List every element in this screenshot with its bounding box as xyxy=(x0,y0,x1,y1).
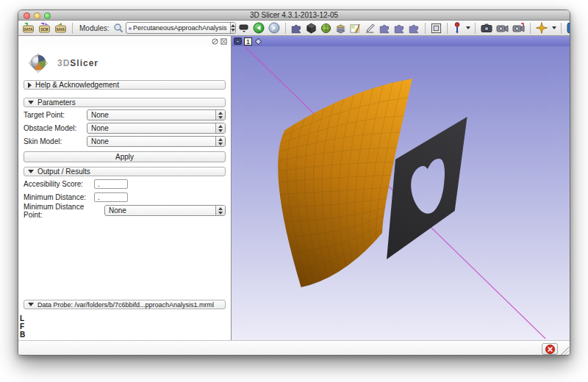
toolbar-separator xyxy=(285,23,286,34)
module-selector-value: PercutaneousApproachAnalysis xyxy=(132,24,230,32)
module-panel-header xyxy=(18,36,231,46)
modules-menu-icon xyxy=(239,24,249,32)
accessibility-score-label: Accesibility Score: xyxy=(24,180,94,188)
screenshot-button[interactable] xyxy=(480,21,493,35)
brand-3d: 3D xyxy=(57,58,70,68)
models-button[interactable] xyxy=(320,21,332,35)
view-pin-icon[interactable] xyxy=(255,37,262,45)
window-controls xyxy=(24,12,51,19)
view-name-label: 1 xyxy=(244,37,252,46)
skin-model-combobox[interactable]: None xyxy=(87,136,226,147)
accessibility-score-input[interactable] xyxy=(94,179,128,189)
app-window: 3D Slicer 4.3.1-2013-12-05 DATA DCM SAVE xyxy=(18,10,570,356)
crosshair-dropdown-icon[interactable] xyxy=(552,26,556,29)
panel-undock-icon[interactable] xyxy=(212,38,218,45)
minimum-distance-point-combobox[interactable]: None xyxy=(104,205,226,216)
accessibility-score-row: Accesibility Score: xyxy=(24,179,226,190)
crosshair-button[interactable] xyxy=(535,21,548,35)
error-log-button[interactable] xyxy=(542,343,558,355)
scene-view-restore-icon xyxy=(512,23,525,33)
module-history-forward-button[interactable] xyxy=(268,21,281,35)
error-icon xyxy=(545,345,555,354)
module-search-icon[interactable] xyxy=(113,23,123,33)
annotations-button[interactable] xyxy=(364,21,376,35)
load-data-button[interactable]: DATA xyxy=(21,21,35,35)
data-probe-orientation: L F B xyxy=(20,314,25,339)
toolbar-separator xyxy=(72,23,73,34)
fiducial-pin-icon xyxy=(453,22,462,34)
module-shortcut-puzzle-button[interactable] xyxy=(290,21,303,35)
minimum-distance-point-row: Minimum Distance Point: None xyxy=(24,205,226,216)
threed-view: - 1 xyxy=(232,36,570,340)
stepper[interactable] xyxy=(215,123,225,133)
slicer-brand-text: 3DSlicer xyxy=(57,58,98,68)
obstacle-model-label: Obstacle Model: xyxy=(24,124,87,132)
scene-view-restore-button[interactable] xyxy=(512,21,526,35)
cube-icon xyxy=(306,23,317,34)
data-probe-section-header[interactable]: Data Probe: /var/folders/b/7c6bbifd...pp… xyxy=(24,300,226,309)
parameters-section-header[interactable]: Parameters xyxy=(24,98,226,107)
stepper[interactable] xyxy=(215,206,225,215)
output-section-header[interactable]: Output / Results xyxy=(24,167,226,176)
layers-icon xyxy=(335,23,346,34)
orientation-f: F xyxy=(20,322,25,331)
import-dicom-button[interactable]: DCM xyxy=(37,21,51,35)
target-point-combobox[interactable]: None xyxy=(87,109,226,120)
minimize-window-button[interactable] xyxy=(34,12,40,19)
expanded-arrow-icon xyxy=(28,101,34,104)
threed-canvas[interactable] xyxy=(232,46,570,340)
help-section-header[interactable]: Help & Acknowledgement xyxy=(24,80,226,90)
resize-grip[interactable] xyxy=(560,347,569,356)
toolbar-separator xyxy=(425,23,426,34)
layout-icon xyxy=(431,23,442,34)
parameters-section-label: Parameters xyxy=(37,98,76,107)
brand-slicer: Slicer xyxy=(70,58,98,68)
skin-model-label: Skin Model: xyxy=(24,137,87,145)
module-history-back-button[interactable] xyxy=(252,21,265,35)
pen-icon xyxy=(365,23,376,34)
zoom-window-button[interactable] xyxy=(44,12,51,19)
svg-text:DATA: DATA xyxy=(24,28,34,32)
orientation-b: B xyxy=(20,331,25,339)
view-minimize-button[interactable]: - xyxy=(234,37,242,45)
volumes-button[interactable] xyxy=(334,21,347,35)
target-point-value: None xyxy=(90,111,215,119)
module-shortcut-4-button[interactable] xyxy=(408,21,420,35)
puzzle-icon xyxy=(394,23,405,34)
obstacle-model-row: Obstacle Model: None xyxy=(24,123,226,134)
fiducial-place-button[interactable] xyxy=(452,21,462,35)
expanded-arrow-icon xyxy=(28,303,34,306)
main-toolbar: DATA DCM SAVE Modules: xyxy=(18,21,570,36)
extension-manager-button[interactable] xyxy=(566,21,570,35)
module-panel-body: 3DSlicer Help & Acknowledgement Paramete… xyxy=(18,46,231,340)
slicer-logo-row: 3DSlicer xyxy=(25,49,226,77)
stepper[interactable] xyxy=(215,137,225,146)
statusbar xyxy=(18,340,570,356)
scene-view-capture-button[interactable] xyxy=(495,21,509,35)
puzzle-icon xyxy=(291,23,302,34)
save-button[interactable]: SAVE xyxy=(54,21,68,35)
modules-menu-button[interactable] xyxy=(238,21,250,35)
expanded-arrow-icon xyxy=(28,170,34,173)
layout-select-button[interactable] xyxy=(430,21,442,35)
editor-button[interactable] xyxy=(349,21,362,35)
minimum-distance-input[interactable] xyxy=(94,192,128,202)
panel-close-icon[interactable] xyxy=(220,38,227,45)
obstacle-model-combobox[interactable]: None xyxy=(87,123,226,134)
stepper-up-icon xyxy=(231,24,235,27)
sample-data-button[interactable] xyxy=(305,21,318,35)
module-selector-stepper[interactable] xyxy=(230,23,235,33)
apply-button[interactable]: Apply xyxy=(24,151,226,162)
module-shortcut-2-button[interactable] xyxy=(379,21,391,35)
toolbar-separator xyxy=(561,23,562,34)
collapsed-arrow-icon xyxy=(28,82,32,88)
skin-model-value: None xyxy=(90,137,215,145)
fiducial-dropdown-icon[interactable] xyxy=(466,26,470,29)
toolbar-separator xyxy=(447,23,448,34)
module-selector-combobox[interactable]: PercutaneousApproachAnalysis xyxy=(126,22,236,34)
stepper[interactable] xyxy=(215,110,225,120)
minimum-distance-label: Minimum Distance: xyxy=(24,193,94,201)
sphere-icon xyxy=(320,23,331,34)
module-shortcut-3-button[interactable] xyxy=(393,21,406,35)
close-window-button[interactable] xyxy=(24,12,30,19)
